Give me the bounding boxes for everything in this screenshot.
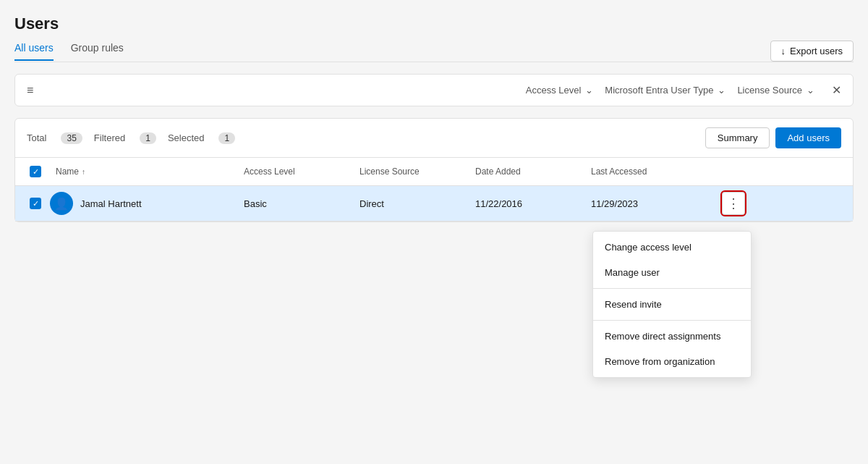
header-checkbox-cell: ✓ xyxy=(21,166,50,177)
filtered-label: Filtered xyxy=(94,132,125,143)
selected-label: Selected xyxy=(168,132,205,143)
table-row: ✓ 👤 Jamal Hartnett Basic Direct 11/22/20… xyxy=(15,186,853,222)
col-header-license-source[interactable]: License Source xyxy=(354,164,469,180)
col-header-access-level[interactable]: Access Level xyxy=(238,164,354,180)
access-level-label: Access Level xyxy=(526,85,582,96)
license-source-label: License Source xyxy=(737,85,802,96)
tab-group-rules[interactable]: Group rules xyxy=(71,42,124,61)
page-title: Users xyxy=(14,14,854,33)
entra-user-type-filter[interactable]: Microsoft Entra User Type ⌄ xyxy=(605,85,726,96)
table-header-bar: Total 35 Filtered 1 Selected 1 Summary A… xyxy=(15,119,853,158)
col-header-date-added[interactable]: Date Added xyxy=(469,164,585,180)
export-icon: ↓ xyxy=(781,46,786,56)
menu-divider-1 xyxy=(593,288,751,289)
filter-lines-icon: ≡ xyxy=(27,84,33,97)
selected-badge: 1 xyxy=(218,132,235,144)
filtered-badge: 1 xyxy=(140,132,156,144)
header-checkbox[interactable]: ✓ xyxy=(30,166,41,177)
table-stats: Total 35 Filtered 1 Selected 1 xyxy=(27,132,705,144)
menu-item-remove-direct[interactable]: Remove direct assignments xyxy=(593,324,751,349)
menu-item-remove-org[interactable]: Remove from organization xyxy=(593,349,751,374)
last-accessed-cell: 11/29/2023 xyxy=(585,198,715,209)
filter-bar: ≡ Access Level ⌄ Microsoft Entra User Ty… xyxy=(14,74,854,106)
access-level-cell: Basic xyxy=(238,198,354,209)
entra-chevron: ⌄ xyxy=(718,85,726,96)
summary-button[interactable]: Summary xyxy=(705,127,770,148)
user-cell: 👤 Jamal Hartnett xyxy=(50,192,238,215)
col-header-last-accessed[interactable]: Last Accessed xyxy=(585,164,715,180)
col-header-name[interactable]: Name ↑ xyxy=(50,164,238,180)
tabs-left: All users Group rules xyxy=(14,42,124,61)
name-sort-icon: ↑ xyxy=(82,168,85,176)
col-header-actions xyxy=(715,169,752,174)
menu-item-resend-invite[interactable]: Resend invite xyxy=(593,292,751,317)
menu-item-change-access-level[interactable]: Change access level xyxy=(593,235,751,260)
entra-user-type-label: Microsoft Entra User Type xyxy=(605,85,713,96)
export-users-button[interactable]: ↓ Export users xyxy=(770,41,854,62)
row-actions-cell: ⋮ Change access level Manage user Resend… xyxy=(715,192,752,215)
menu-item-manage-user[interactable]: Manage user xyxy=(593,260,751,285)
export-label: Export users xyxy=(790,46,843,56)
date-added-cell: 11/22/2016 xyxy=(469,198,585,209)
avatar-icon: 👤 xyxy=(54,197,69,211)
license-source-filter[interactable]: License Source ⌄ xyxy=(737,85,814,96)
table-column-headers: ✓ Name ↑ Access Level License Source Dat… xyxy=(15,158,853,186)
tabs-bar: All users Group rules ↓ Export users xyxy=(14,41,854,62)
license-source-cell: Direct xyxy=(354,198,469,209)
row-checkbox[interactable]: ✓ xyxy=(30,198,41,209)
tab-all-users[interactable]: All users xyxy=(14,42,54,61)
header-check-icon: ✓ xyxy=(33,167,39,177)
table-actions: Summary Add users xyxy=(705,127,841,148)
add-users-button[interactable]: Add users xyxy=(775,127,841,148)
page-container: Users All users Group rules ↓ Export use… xyxy=(14,14,854,222)
avatar: 👤 xyxy=(50,192,73,215)
license-chevron: ⌄ xyxy=(807,85,814,96)
total-badge: 35 xyxy=(61,132,82,144)
access-level-chevron: ⌄ xyxy=(585,85,593,96)
row-checkbox-cell: ✓ xyxy=(21,198,50,209)
menu-divider-2 xyxy=(593,320,751,321)
more-options-button[interactable]: ⋮ xyxy=(722,192,745,215)
total-label: Total xyxy=(27,132,46,143)
users-table-container: Total 35 Filtered 1 Selected 1 Summary A… xyxy=(14,118,854,222)
filter-close-icon[interactable]: ✕ xyxy=(832,83,841,97)
user-name[interactable]: Jamal Hartnett xyxy=(80,198,142,209)
access-level-filter[interactable]: Access Level ⌄ xyxy=(526,85,594,96)
row-check-icon: ✓ xyxy=(33,199,39,208)
context-menu: Change access level Manage user Resend i… xyxy=(592,231,752,378)
